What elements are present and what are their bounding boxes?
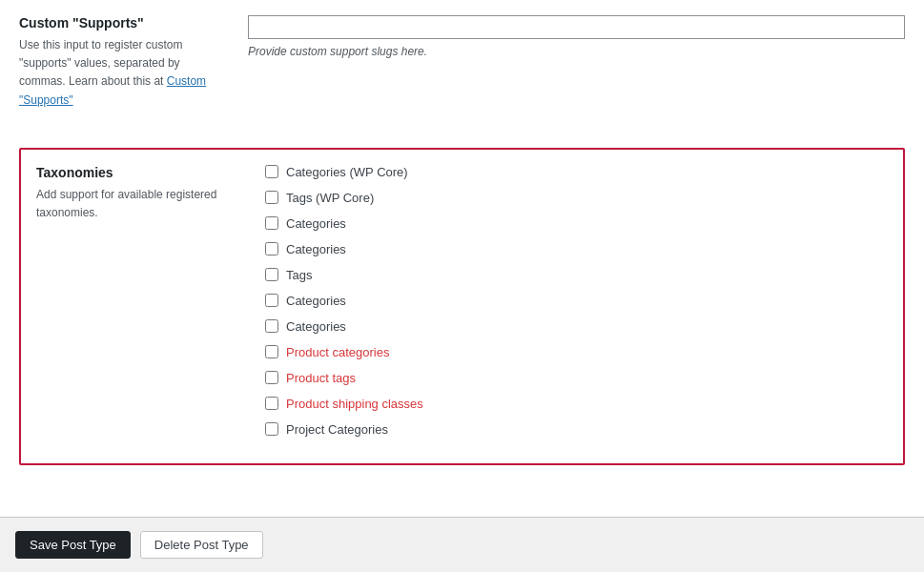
taxonomy-label-project-categories[interactable]: Project Categories: [286, 422, 388, 437]
custom-supports-description: Use this input to register custom "suppo…: [19, 36, 229, 110]
custom-supports-hint: Provide custom support slugs here.: [248, 45, 905, 58]
custom-supports-right: Provide custom support slugs here.: [248, 15, 905, 113]
page-wrapper: Custom "Supports" Use this input to regi…: [0, 0, 924, 572]
custom-supports-section: Custom "Supports" Use this input to regi…: [19, 15, 905, 129]
taxonomy-item-product-categories: Product categories: [265, 345, 888, 359]
save-post-type-button[interactable]: Save Post Type: [15, 531, 131, 559]
taxonomy-item-categories-wp-core: Categories (WP Core): [265, 165, 888, 179]
taxonomies-section: Taxonomies Add support for available reg…: [19, 148, 905, 465]
taxonomy-item-project-categories: Project Categories: [265, 422, 888, 437]
taxonomy-label-tags-wp-core[interactable]: Tags (WP Core): [286, 191, 374, 205]
taxonomy-label-product-tags[interactable]: Product tags: [286, 371, 356, 385]
footer-bar: Save Post Type Delete Post Type: [0, 517, 924, 572]
custom-supports-input[interactable]: [248, 15, 905, 39]
taxonomy-item-categories-3: Categories: [265, 294, 888, 308]
taxonomy-item-product-tags: Product tags: [265, 371, 888, 385]
taxonomy-label-product-categories[interactable]: Product categories: [286, 345, 389, 359]
taxonomy-item-categories-1: Categories: [265, 216, 888, 231]
taxonomies-right: Categories (WP Core) Tags (WP Core) Cate…: [265, 165, 888, 448]
taxonomy-label-categories-4[interactable]: Categories: [286, 319, 346, 334]
taxonomy-checkbox-categories-3[interactable]: [265, 294, 278, 307]
taxonomy-checkbox-categories-1[interactable]: [265, 216, 278, 230]
taxonomy-label-categories-3[interactable]: Categories: [286, 294, 346, 308]
taxonomies-description: Add support for available registered tax…: [36, 186, 246, 222]
taxonomy-checkbox-product-shipping-classes[interactable]: [265, 397, 278, 410]
custom-supports-link[interactable]: Custom "Supports": [19, 74, 206, 106]
taxonomy-item-tags-wp-core: Tags (WP Core): [265, 191, 888, 205]
taxonomy-label-product-shipping-classes[interactable]: Product shipping classes: [286, 397, 423, 411]
taxonomy-item-categories-4: Categories: [265, 319, 888, 334]
taxonomy-checkbox-project-categories[interactable]: [265, 422, 278, 436]
taxonomies-left: Taxonomies Add support for available reg…: [36, 165, 246, 448]
taxonomy-label-tags[interactable]: Tags: [286, 268, 312, 282]
taxonomy-label-categories-2[interactable]: Categories: [286, 242, 346, 256]
taxonomy-checkbox-product-categories[interactable]: [265, 345, 278, 358]
taxonomies-title: Taxonomies: [36, 165, 246, 180]
taxonomy-label-categories-wp-core[interactable]: Categories (WP Core): [286, 165, 408, 179]
custom-supports-title: Custom "Supports": [19, 15, 229, 31]
main-content: Custom "Supports" Use this input to regi…: [0, 0, 924, 517]
taxonomy-checkbox-categories-2[interactable]: [265, 242, 278, 255]
taxonomy-checkbox-tags-wp-core[interactable]: [265, 191, 278, 204]
taxonomy-checkbox-categories-4[interactable]: [265, 319, 278, 333]
taxonomy-checkbox-tags[interactable]: [265, 268, 278, 281]
taxonomy-item-product-shipping-classes: Product shipping classes: [265, 397, 888, 411]
taxonomy-item-tags: Tags: [265, 268, 888, 282]
delete-post-type-button[interactable]: Delete Post Type: [140, 531, 263, 559]
taxonomy-checkbox-categories-wp-core[interactable]: [265, 165, 278, 178]
taxonomy-checkbox-product-tags[interactable]: [265, 371, 278, 384]
taxonomy-item-categories-2: Categories: [265, 242, 888, 256]
custom-supports-left: Custom "Supports" Use this input to regi…: [19, 15, 229, 113]
taxonomy-label-categories-1[interactable]: Categories: [286, 216, 346, 231]
